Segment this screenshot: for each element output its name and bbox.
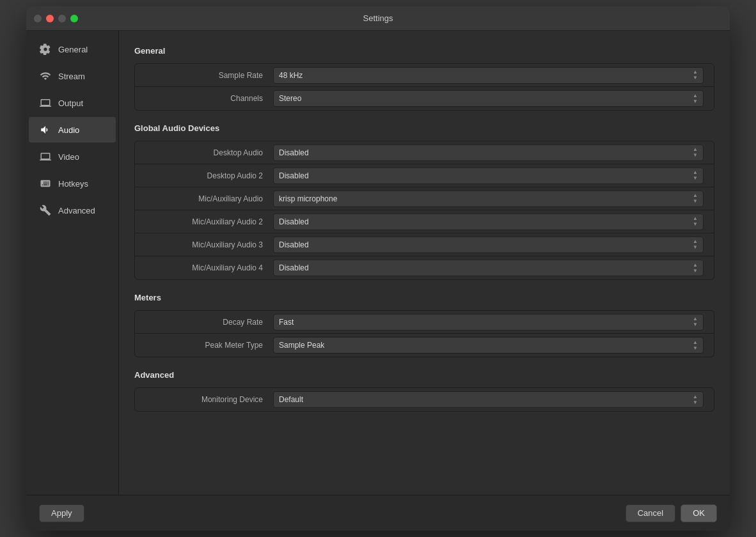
spinner-up[interactable]: ▲ <box>693 239 698 244</box>
sidebar-label-hotkeys: Hotkeys <box>58 179 88 189</box>
section-body-general: Sample Rate 48 kHz ▲ ▼ Channels Stere <box>134 63 714 111</box>
spinner-down[interactable]: ▼ <box>693 400 698 405</box>
section-global-audio: Global Audio Devices Desktop Audio Disab… <box>134 123 714 280</box>
value-sample-rate: 48 kHz <box>279 71 689 80</box>
ok-button[interactable]: OK <box>681 504 717 522</box>
section-body-meters: Decay Rate Fast ▲ ▼ Peak Meter Type S <box>134 310 714 357</box>
spinner-down[interactable]: ▼ <box>693 153 698 158</box>
section-advanced: Advanced Monitoring Device Default ▲ ▼ <box>134 370 714 412</box>
value-channels: Stereo <box>279 94 689 103</box>
spinner-down[interactable]: ▼ <box>693 346 698 351</box>
hotkeys-icon <box>39 177 52 190</box>
zoom-button[interactable] <box>58 15 66 22</box>
traffic-lights[interactable] <box>34 15 78 22</box>
footer-right-buttons: Cancel OK <box>626 504 717 522</box>
row-channels: Channels Stereo ▲ ▼ <box>135 87 714 110</box>
control-mic-aux-audio[interactable]: krisp microphone ▲ ▼ <box>273 191 704 207</box>
row-desktop-audio: Desktop Audio Disabled ▲ ▼ <box>135 141 714 164</box>
section-title-meters: Meters <box>134 293 714 302</box>
value-decay-rate: Fast <box>279 318 689 327</box>
minimize-button[interactable] <box>46 15 54 22</box>
spinner-up[interactable]: ▲ <box>693 170 698 175</box>
sidebar-label-stream: Stream <box>58 72 85 81</box>
stream-icon <box>39 70 52 82</box>
window-title: Settings <box>363 13 393 23</box>
spinner-down[interactable]: ▼ <box>693 199 698 204</box>
spinner-up[interactable]: ▲ <box>693 394 698 400</box>
control-peak-meter-type[interactable]: Sample Peak ▲ ▼ <box>273 337 704 354</box>
spinner-up[interactable]: ▲ <box>693 263 698 268</box>
spinner-up[interactable]: ▲ <box>693 193 698 198</box>
value-mic-aux-audio-3: Disabled <box>279 240 689 249</box>
close-button[interactable] <box>34 15 42 22</box>
value-desktop-audio: Disabled <box>279 148 689 157</box>
gear-icon <box>39 43 52 56</box>
sidebar-item-hotkeys[interactable]: Hotkeys <box>29 171 116 196</box>
apply-button[interactable]: Apply <box>39 504 84 522</box>
label-mic-aux-audio: Mic/Auxiliary Audio <box>145 194 273 203</box>
section-title-global-audio: Global Audio Devices <box>134 123 714 133</box>
label-desktop-audio: Desktop Audio <box>145 148 273 157</box>
spinner-up[interactable]: ▲ <box>693 147 698 152</box>
spinner-up[interactable]: ▲ <box>693 316 698 322</box>
spinner-down[interactable]: ▼ <box>693 268 698 274</box>
sidebar-item-audio[interactable]: Audio <box>29 117 116 143</box>
sidebar-item-video[interactable]: Video <box>29 144 116 169</box>
cancel-button[interactable]: Cancel <box>626 504 675 522</box>
spinner-down[interactable]: ▼ <box>693 99 698 104</box>
control-decay-rate[interactable]: Fast ▲ ▼ <box>273 314 704 331</box>
value-desktop-audio-2: Disabled <box>279 171 689 180</box>
spinner-up[interactable]: ▲ <box>693 216 698 221</box>
spinner-down[interactable]: ▼ <box>693 245 698 250</box>
control-mic-aux-audio-2[interactable]: Disabled ▲ ▼ <box>273 214 704 230</box>
section-meters: Meters Decay Rate Fast ▲ ▼ Peak <box>134 293 714 357</box>
spinner-channels[interactable]: ▲ ▼ <box>693 93 698 104</box>
output-icon <box>39 97 52 109</box>
value-mic-aux-audio-4: Disabled <box>279 263 689 272</box>
spinner-up[interactable]: ▲ <box>693 340 698 345</box>
control-mic-aux-audio-4[interactable]: Disabled ▲ ▼ <box>273 260 704 276</box>
footer: Apply Cancel OK <box>26 495 730 531</box>
label-mic-aux-audio-4: Mic/Auxiliary Audio 4 <box>145 263 273 272</box>
value-mic-aux-audio: krisp microphone <box>279 194 689 203</box>
sidebar-item-output[interactable]: Output <box>29 90 116 116</box>
sidebar-item-general[interactable]: General <box>29 36 116 62</box>
label-monitoring-device: Monitoring Device <box>145 395 273 404</box>
sidebar-label-output: Output <box>58 98 83 108</box>
row-mic-aux-audio-4: Mic/Auxiliary Audio 4 Disabled ▲ ▼ <box>135 256 714 279</box>
value-peak-meter-type: Sample Peak <box>279 341 689 350</box>
row-mic-aux-audio-3: Mic/Auxiliary Audio 3 Disabled ▲ ▼ <box>135 233 714 256</box>
label-peak-meter-type: Peak Meter Type <box>145 341 273 350</box>
section-body-global-audio: Desktop Audio Disabled ▲ ▼ Desktop Audio… <box>134 141 714 280</box>
settings-panel: General Sample Rate 48 kHz ▲ ▼ C <box>119 31 730 495</box>
spinner-up[interactable]: ▲ <box>693 93 698 98</box>
value-mic-aux-audio-2: Disabled <box>279 217 689 226</box>
control-desktop-audio[interactable]: Disabled ▲ ▼ <box>273 144 704 161</box>
sidebar-item-stream[interactable]: Stream <box>29 63 116 89</box>
control-channels[interactable]: Stereo ▲ ▼ <box>273 90 704 107</box>
control-monitoring-device[interactable]: Default ▲ ▼ <box>273 391 704 408</box>
sidebar-label-general: General <box>58 45 88 54</box>
control-mic-aux-audio-3[interactable]: Disabled ▲ ▼ <box>273 237 704 253</box>
fullscreen-button[interactable] <box>70 15 78 22</box>
section-title-advanced: Advanced <box>134 370 714 380</box>
spinner-down[interactable]: ▼ <box>693 222 698 227</box>
spinner-down[interactable]: ▼ <box>693 322 698 327</box>
titlebar: Settings <box>26 6 730 31</box>
row-mic-aux-audio: Mic/Auxiliary Audio krisp microphone ▲ ▼ <box>135 187 714 210</box>
sidebar-item-advanced[interactable]: Advanced <box>29 198 116 223</box>
audio-icon <box>39 123 52 136</box>
value-monitoring-device: Default <box>279 395 689 404</box>
label-decay-rate: Decay Rate <box>145 318 273 327</box>
main-content: General Stream Output <box>26 31 730 495</box>
label-channels: Channels <box>145 94 273 103</box>
control-sample-rate[interactable]: 48 kHz ▲ ▼ <box>273 67 704 84</box>
row-monitoring-device: Monitoring Device Default ▲ ▼ <box>135 388 714 411</box>
spinner-down[interactable]: ▼ <box>693 176 698 181</box>
label-mic-aux-audio-2: Mic/Auxiliary Audio 2 <box>145 217 273 226</box>
label-desktop-audio-2: Desktop Audio 2 <box>145 171 273 180</box>
spinner-down[interactable]: ▼ <box>693 75 698 81</box>
spinner-up[interactable]: ▲ <box>693 70 698 75</box>
control-desktop-audio-2[interactable]: Disabled ▲ ▼ <box>273 167 704 184</box>
spinner-sample-rate[interactable]: ▲ ▼ <box>693 70 698 81</box>
